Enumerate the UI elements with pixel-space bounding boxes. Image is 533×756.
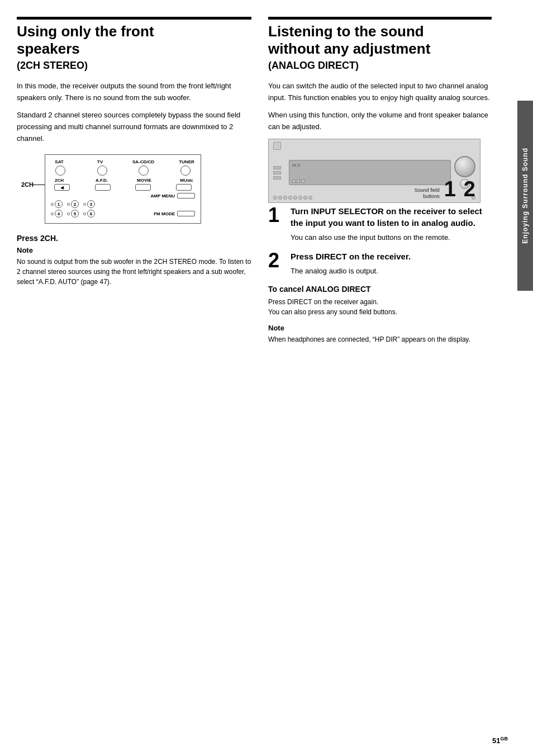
- left-top-rule: [17, 17, 251, 20]
- device-rect-movie: [135, 184, 151, 191]
- side-tab-label: Enjoying Surround Sound: [521, 148, 529, 244]
- recv-dot6: [298, 196, 302, 200]
- device-label-music: MUsIc: [178, 178, 195, 183]
- right-body1: You can switch the audio of the selected…: [268, 81, 492, 104]
- recv-num-2: 2: [464, 178, 475, 200]
- left-column: Using only the front speakers (2CH STERE…: [17, 17, 251, 739]
- device-label-2ch: 2CH: [51, 178, 68, 183]
- device-rects-row2: ◀: [51, 184, 195, 191]
- receiver-image: MD: [268, 139, 480, 203]
- device-fmmode-rect: [177, 211, 195, 216]
- step1-number: 1: [268, 205, 285, 225]
- device-fmmode-label: FM MODE: [154, 211, 175, 216]
- left-subtitle: (2CH STEREO): [17, 60, 251, 72]
- device-num-1: 1: [55, 200, 63, 208]
- recv-big-numbers: 1 2: [444, 178, 475, 200]
- device-row1-labels: SAT TV SA-CD/CD TUNER: [51, 159, 195, 164]
- recv-dot1: [273, 196, 277, 200]
- recv-num-1: 1: [444, 178, 456, 200]
- device-num2-group: 2: [67, 200, 79, 208]
- right-note-text: When headphones are connected, “HP DIR” …: [268, 334, 492, 344]
- device-circles-row1: [51, 166, 195, 176]
- device-num-5: 5: [71, 210, 79, 218]
- device-num1-group: 1: [51, 200, 63, 208]
- device-circle-tv: [97, 166, 107, 176]
- device-ampmenu-label: AMP MENU: [151, 193, 175, 199]
- recv-btn2: [297, 179, 300, 183]
- device-circle-tuner: [180, 166, 191, 176]
- two-column-layout: Using only the front speakers (2CH STERE…: [0, 0, 533, 756]
- device-box: SAT TV SA-CD/CD TUNER: [45, 154, 201, 224]
- recv-dot2: [278, 196, 282, 200]
- left-note-heading: Note: [17, 246, 251, 254]
- device-num-3: 3: [87, 200, 95, 208]
- right-body2: When using this function, only the volum…: [268, 110, 492, 133]
- cancel-body2: You can also press any sound field butto…: [268, 307, 492, 317]
- device-dot2: [67, 203, 70, 206]
- device-num4-group: 4: [51, 210, 63, 218]
- device-num-4: 4: [55, 210, 63, 218]
- right-title: Listening to the sound without any adjus…: [268, 23, 492, 58]
- cancel-heading: To cancel ANALOG DIRECT: [268, 285, 492, 294]
- recv-small-indicator: [273, 142, 281, 150]
- device-fmmode-group: FM MODE: [154, 211, 195, 216]
- device-diagram: 2CH SAT TV SA-CD/CD: [45, 154, 212, 224]
- step2-number: 2: [268, 251, 285, 271]
- device-numrow1: 1 2 3: [51, 200, 195, 208]
- recv-dot4: [288, 196, 292, 200]
- diagram-arrow-line: [32, 185, 45, 185]
- recv-display-btns: [292, 179, 304, 183]
- page-container: Enjoying Surround Sound Using only the f…: [0, 0, 533, 756]
- device-label-sacd: SA-CD/CD: [132, 159, 154, 164]
- step1-heading: Turn INPUT SELECTOR on the receiver to s…: [291, 205, 492, 229]
- step2-body: The analog audio is output.: [291, 266, 492, 277]
- device-num6-group: 6: [83, 210, 95, 218]
- right-note-heading: Note: [268, 324, 492, 332]
- recv-btn1: [292, 179, 296, 183]
- device-dot5: [67, 212, 70, 215]
- left-note-text: No sound is output from the sub woofer i…: [17, 257, 251, 287]
- receiver-top-area: [273, 142, 475, 150]
- device-dot4: [51, 212, 54, 215]
- device-dot6: [83, 212, 86, 215]
- recv-numbers-overlay: Sound field buttons 1 2: [415, 178, 475, 200]
- device-dot1: [51, 203, 54, 206]
- recv-btn3: [301, 179, 304, 183]
- step2-heading: Press DIRECT on the receiver.: [291, 251, 492, 262]
- right-top-rule: [268, 17, 492, 20]
- device-num5-group: 5: [67, 210, 79, 218]
- device-circle-sacd: [139, 166, 149, 176]
- recv-left-controls: [273, 166, 285, 179]
- device-rect-2ch: ◀: [54, 184, 70, 191]
- device-ampmenu-rect: [177, 193, 195, 199]
- recv-ctrl1: [273, 166, 281, 169]
- device-label-tv: TV: [92, 159, 108, 164]
- cancel-body1: Press DIRECT on the receiver again.: [268, 297, 492, 307]
- device-num3-group: 3: [83, 200, 95, 208]
- recv-dot-group1: [273, 196, 312, 200]
- device-row2-labels: 2CH A.F.D. MOVIE MUsIc: [51, 178, 195, 183]
- device-numrow2: 4 5 6 FM MODE: [51, 210, 195, 218]
- page-number: 51: [492, 736, 500, 745]
- step2-container: 2 Press DIRECT on the receiver. The anal…: [268, 251, 492, 277]
- step1-body: You can also use the input buttons on th…: [291, 232, 492, 243]
- press-heading: Press 2CH.: [17, 234, 251, 243]
- device-num-6: 6: [87, 210, 95, 218]
- device-rect-music: [176, 184, 192, 191]
- side-tab: Enjoying Surround Sound: [517, 101, 533, 291]
- device-num-2: 2: [71, 200, 79, 208]
- page-number-container: 51GB: [492, 736, 508, 745]
- right-subtitle: (ANALOG DIRECT): [268, 60, 492, 72]
- left-title: Using only the front speakers: [17, 23, 251, 58]
- recv-display-text: MD: [292, 163, 301, 168]
- device-ampmenu-row: AMP MENU: [51, 193, 195, 199]
- recv-dot7: [303, 196, 307, 200]
- diagram-2ch-label: 2CH: [21, 181, 34, 188]
- device-rect-afd: [95, 184, 111, 191]
- device-label-afd: A.F.D.: [93, 178, 110, 183]
- step1-container: 1 Turn INPUT SELECTOR on the receiver to…: [268, 205, 492, 243]
- recv-main-knob: [454, 156, 475, 177]
- step2-content: Press DIRECT on the receiver. The analog…: [291, 251, 492, 277]
- device-circle-sat: [55, 166, 65, 176]
- device-dot3: [83, 203, 86, 206]
